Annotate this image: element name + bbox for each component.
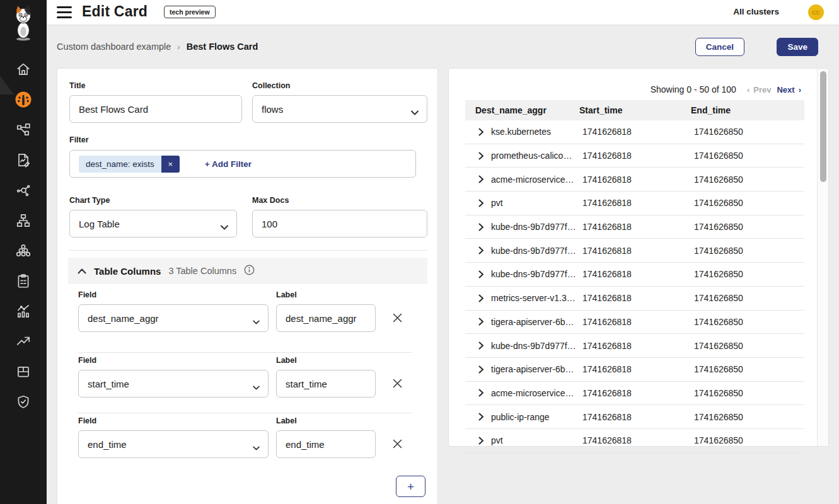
collection-select[interactable]: flows: [252, 95, 427, 123]
label-input[interactable]: [276, 370, 376, 398]
sidebar-item-home[interactable]: [0, 54, 47, 84]
filter-chip-remove-icon[interactable]: ×: [161, 156, 180, 173]
filter-box[interactable]: dest_name: exists × + Add Filter: [69, 150, 416, 178]
chevron-right-icon[interactable]: [478, 199, 491, 207]
table-row[interactable]: metrics-server-v1.3…17416268181741626850: [465, 287, 804, 311]
label-input[interactable]: [276, 430, 376, 458]
label-input[interactable]: [276, 304, 376, 332]
edit-card-screen: Edit Card tech preview All clusters CC C…: [0, 0, 839, 504]
field-select[interactable]: end_time: [78, 430, 269, 458]
remove-column-icon[interactable]: [391, 377, 403, 391]
sidebar-item-security[interactable]: [0, 387, 47, 417]
cell-start-time: 1741626818: [582, 198, 694, 208]
divider: [69, 250, 427, 251]
table-row[interactable]: kube-dns-9b7d977f…17416268181741626850: [465, 263, 804, 287]
sidebar-item-policies[interactable]: [0, 145, 47, 175]
chevron-right-icon[interactable]: [478, 223, 491, 231]
field-value: end_time: [88, 439, 127, 450]
chevron-up-icon: [78, 265, 86, 277]
cluster-selector[interactable]: All clusters: [733, 7, 779, 16]
chevron-right-icon[interactable]: [478, 437, 491, 445]
statistics-chart-icon: [15, 303, 32, 319]
cell-start-time: 1741626818: [582, 317, 694, 327]
chevron-right-icon[interactable]: [478, 318, 491, 326]
scrollbar-thumb[interactable]: [820, 71, 826, 182]
cell-dest-name-aggr: public-ip-range: [491, 412, 582, 422]
add-filter-button[interactable]: + Add Filter: [205, 159, 252, 169]
table-row[interactable]: pvt17416268181741626850: [465, 429, 804, 453]
sidebar-item-trends[interactable]: [0, 326, 47, 357]
field-select[interactable]: dest_name_aggr: [78, 304, 269, 332]
next-page-button[interactable]: Next ›: [777, 85, 801, 94]
column-header-dest-name-aggr: Dest_name_aggr: [475, 105, 579, 115]
chevron-right-icon[interactable]: [478, 152, 491, 160]
chevron-down-icon: [253, 442, 260, 452]
column-header-end-time: End_time: [691, 105, 804, 115]
field-label: Field: [78, 290, 96, 299]
chevron-right-icon[interactable]: [478, 270, 491, 278]
save-button[interactable]: Save: [777, 38, 818, 56]
sidebar-item-compliance[interactable]: [0, 266, 47, 296]
chevron-right-icon[interactable]: [478, 341, 491, 350]
table-row[interactable]: tigera-apiserver-6b…17416268181741626850: [465, 358, 804, 382]
chevron-right-icon[interactable]: [478, 175, 491, 183]
sidebar-item-dashboards[interactable]: [0, 84, 47, 115]
table-row[interactable]: kse.kubernetes17416268181741626850: [465, 120, 804, 144]
table-row[interactable]: pvt17416268181741626850: [465, 192, 804, 215]
divider: [78, 352, 412, 353]
sidebar-item-inventory[interactable]: [0, 357, 47, 387]
cancel-button[interactable]: Cancel: [695, 38, 744, 56]
sidebar-item-hierarchy[interactable]: [0, 205, 47, 236]
calico-cat-logo[interactable]: [11, 5, 36, 42]
sidebar-item-statistics[interactable]: [0, 296, 47, 326]
sidebar-item-cluster[interactable]: [0, 236, 47, 266]
chart-type-value: Log Table: [79, 219, 120, 229]
remove-column-icon[interactable]: [391, 312, 403, 326]
preview-table: Dest_name_aggr Start_time End_time kse.k…: [465, 100, 804, 453]
chart-type-select[interactable]: Log Table: [69, 210, 237, 238]
prev-page-button[interactable]: ‹ Prev: [747, 85, 772, 94]
title-input[interactable]: [69, 95, 242, 123]
max-docs-input[interactable]: [252, 210, 427, 238]
cell-start-time: 1741626818: [582, 293, 694, 303]
chevron-right-icon[interactable]: [478, 246, 491, 255]
cell-end-time: 1741626850: [694, 388, 804, 398]
remove-column-icon[interactable]: [391, 438, 403, 452]
table-row[interactable]: kube-dns-9b7d977f…17416268181741626850: [465, 215, 804, 239]
field-select[interactable]: start_time: [78, 370, 269, 398]
chevron-right-icon[interactable]: [478, 128, 491, 136]
add-column-button[interactable]: +: [396, 476, 425, 497]
breadcrumb-current: Best Flows Card: [187, 42, 258, 52]
chevron-right-icon[interactable]: [478, 413, 491, 421]
table-row[interactable]: kube-dns-9b7d977f…17416268181741626850: [465, 239, 804, 263]
table-row[interactable]: tigera-apiserver-6b…17416268181741626850: [465, 311, 804, 335]
sidebar-item-service-graph[interactable]: [0, 115, 47, 145]
table-row[interactable]: public-ip-range17416268181741626850: [465, 405, 804, 429]
sidebar-item-nodes-graph[interactable]: [0, 175, 47, 205]
table-row[interactable]: acme-microservice…17416268181741626850: [465, 168, 804, 192]
label-label: Label: [276, 356, 297, 365]
table-row[interactable]: kube-dns-9b7d977f…17416268181741626850: [465, 334, 804, 358]
breadcrumb-parent[interactable]: Custom dashboard example: [57, 42, 171, 52]
cell-start-time: 1741626818: [582, 246, 694, 256]
hamburger-menu-icon[interactable]: [57, 6, 72, 18]
compliance-clipboard-icon: [15, 273, 32, 289]
table-columns-title: Table Columns: [94, 266, 161, 277]
cell-end-time: 1741626850: [694, 412, 804, 422]
breadcrumb-separator: ›: [177, 42, 180, 52]
chevron-right-icon[interactable]: [478, 365, 491, 374]
chevron-right-icon[interactable]: [478, 294, 491, 302]
table-columns-count: 3 Table Columns: [168, 266, 236, 276]
cell-start-time: 1741626818: [582, 412, 694, 422]
info-icon[interactable]: [244, 265, 255, 278]
chevron-right-icon[interactable]: [478, 389, 491, 397]
card-preview-panel: Showing 0 - 50 of 100 ‹ Prev Next › Dest…: [448, 68, 829, 447]
field-value: start_time: [88, 379, 129, 389]
table-row[interactable]: acme-microservice…17416268181741626850: [465, 382, 804, 406]
cell-start-time: 1741626818: [582, 269, 694, 279]
preview-scrollbar[interactable]: [817, 69, 828, 446]
table-row[interactable]: prometheus-calico…17416268181741626850: [465, 144, 804, 168]
table-columns-accordion-header[interactable]: Table Columns 3 Table Columns: [68, 258, 427, 284]
user-avatar[interactable]: CC: [808, 4, 824, 20]
chevron-down-icon: [253, 381, 260, 392]
